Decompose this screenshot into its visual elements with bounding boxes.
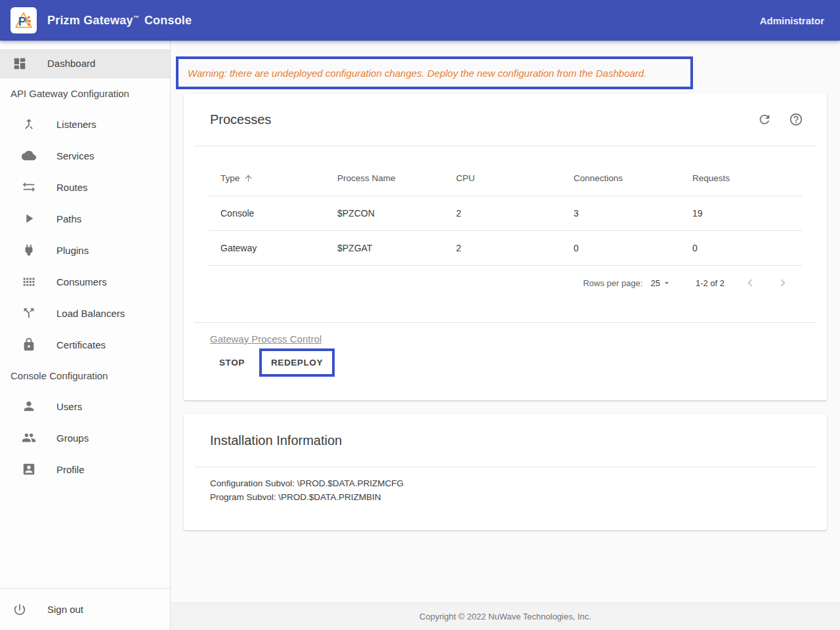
grid-icon	[21, 274, 37, 289]
cell-cpu: 2	[456, 243, 574, 253]
control-buttons: STOP REDEPLOY	[210, 348, 801, 377]
sidebar-item-dashboard[interactable]: Dashboard	[0, 49, 170, 78]
cell-connections: 0	[574, 243, 692, 253]
plug-icon	[21, 243, 37, 257]
processes-title: Processes	[210, 112, 740, 127]
cloud-icon	[21, 148, 37, 163]
card-spacer	[184, 300, 827, 322]
processes-card: Processes Type Process Name CPU Co	[184, 93, 827, 400]
sidebar-item-label: Paths	[56, 213, 81, 224]
app-bar: P Prizm Gateway™Console Administrator	[0, 0, 840, 41]
rows-per-page-label: Rows per page:	[583, 278, 642, 288]
sidebar-item-paths[interactable]: Paths	[0, 203, 170, 234]
sidebar-item-label: Consumers	[56, 276, 107, 287]
play-arrow-icon	[21, 211, 37, 226]
column-header-connections[interactable]: Connections	[574, 173, 692, 183]
cell-type: Console	[220, 208, 337, 219]
rows-per-page-select[interactable]: 25	[650, 278, 671, 288]
copyright-text: Copyright © 2022 NuWave Technologies, In…	[419, 612, 591, 621]
dropdown-arrow-icon	[662, 278, 672, 288]
prizm-logo: P	[10, 7, 37, 33]
next-page-button[interactable]	[776, 276, 790, 290]
badge-icon	[21, 462, 37, 476]
sidebar-section-console-configuration: Console Configuration	[0, 360, 170, 390]
sidebar-item-users[interactable]: Users	[0, 390, 170, 422]
sidebar-item-label: Listeners	[56, 119, 96, 130]
installation-card-header: Installation Information	[184, 414, 827, 467]
cell-requests: 19	[692, 208, 802, 219]
sidebar-item-routes[interactable]: Routes	[0, 171, 170, 203]
sidebar-item-plugins[interactable]: Plugins	[0, 234, 170, 266]
redeploy-button[interactable]: REDEPLOY	[262, 351, 332, 374]
trademark-symbol: ™	[133, 14, 139, 21]
sidebar: Dashboard API Gateway Configuration List…	[0, 41, 171, 630]
gateway-process-control: Gateway Process Control STOP REDEPLOY	[184, 323, 827, 400]
sidebar-item-services[interactable]: Services	[0, 140, 170, 171]
sidebar-section-api-gateway-configuration: API Gateway Configuration	[0, 78, 170, 108]
column-header-cpu[interactable]: CPU	[456, 173, 574, 183]
gateway-process-control-label: Gateway Process Control	[210, 333, 801, 345]
sidebar-item-certificates[interactable]: Certificates	[0, 329, 170, 360]
cell-process-name: $PZCON	[337, 208, 456, 219]
lock-icon	[21, 337, 37, 352]
sidebar-item-load-balancers[interactable]: Load Balancers	[0, 297, 170, 329]
app-title: Prizm Gateway™Console	[47, 14, 192, 28]
cell-requests: 0	[692, 243, 802, 253]
power-icon	[12, 602, 28, 617]
previous-page-button[interactable]	[743, 276, 757, 290]
refresh-button[interactable]	[757, 112, 772, 127]
app-title-main: Prizm Gateway	[47, 14, 133, 27]
rows-per-page-value: 25	[650, 278, 660, 288]
footer: Copyright © 2022 NuWave Technologies, In…	[171, 602, 840, 630]
screen: P Prizm Gateway™Console Administrator	[0, 0, 840, 630]
app-title-suffix: Console	[144, 14, 192, 27]
help-button[interactable]	[789, 112, 803, 127]
configuration-subvol: Configuration Subvol: \PROD.$DATA.PRIZMC…	[210, 476, 801, 490]
sidebar-item-listeners[interactable]: Listeners	[0, 108, 170, 140]
table-header-row: Type Process Name CPU Connections Reques…	[209, 161, 802, 196]
column-header-process-name[interactable]: Process Name	[337, 173, 456, 183]
split-arrows-icon	[21, 306, 37, 320]
sidebar-item-consumers[interactable]: Consumers	[0, 266, 170, 297]
processes-table: Type Process Name CPU Connections Reques…	[209, 146, 802, 266]
installation-information-card: Installation Information Configuration S…	[184, 414, 827, 530]
stop-button[interactable]: STOP	[210, 351, 254, 374]
sidebar-item-label: Services	[56, 150, 94, 161]
cell-cpu: 2	[456, 208, 574, 219]
column-header-type[interactable]: Type	[220, 173, 337, 183]
sidebar-item-label: Routes	[56, 182, 88, 193]
chevron-right-icon	[776, 276, 790, 290]
table-row: Console $PZCON 2 3 19	[209, 196, 802, 231]
people-icon	[21, 430, 37, 445]
sidebar-item-label: Dashboard	[47, 58, 95, 69]
call-merge-icon	[21, 117, 37, 131]
sort-ascending-icon	[243, 173, 253, 183]
table-pagination: Rows per page: 25 1-2 of 2	[184, 266, 827, 300]
cell-connections: 3	[574, 208, 692, 219]
sidebar-item-label: Load Balancers	[56, 308, 125, 319]
table-row: Gateway $PZGAT 2 0 0	[209, 231, 802, 266]
sidebar-item-label: Plugins	[56, 245, 89, 256]
sidebar-item-label: Groups	[56, 432, 89, 444]
sign-out-button[interactable]: Sign out	[0, 588, 170, 630]
program-subvol: Program Subvol: \PROD.$DATA.PRIZMBIN	[210, 490, 801, 504]
prizm-logo-icon: P	[14, 11, 33, 30]
processes-card-header: Processes	[184, 93, 827, 146]
warning-text: Warning: there are undeployed configurat…	[188, 68, 646, 79]
column-header-label: Type	[220, 173, 240, 183]
main-spacer	[171, 530, 840, 602]
main-content: Warning: there are undeployed configurat…	[171, 41, 840, 630]
user-menu[interactable]: Administrator	[760, 15, 824, 26]
cell-type: Gateway	[220, 243, 337, 253]
refresh-icon	[757, 112, 772, 127]
sidebar-item-profile[interactable]: Profile	[0, 453, 170, 485]
swap-arrows-icon	[21, 180, 37, 194]
sidebar-spacer	[0, 485, 170, 588]
sidebar-item-label: Profile	[56, 464, 85, 475]
sidebar-item-groups[interactable]: Groups	[0, 422, 170, 453]
installation-information-title: Installation Information	[210, 433, 803, 448]
sidebar-item-label: Users	[56, 401, 82, 412]
column-header-requests[interactable]: Requests	[692, 173, 802, 183]
help-icon	[789, 112, 803, 127]
installation-details: Configuration Subvol: \PROD.$DATA.PRIZMC…	[184, 467, 827, 530]
